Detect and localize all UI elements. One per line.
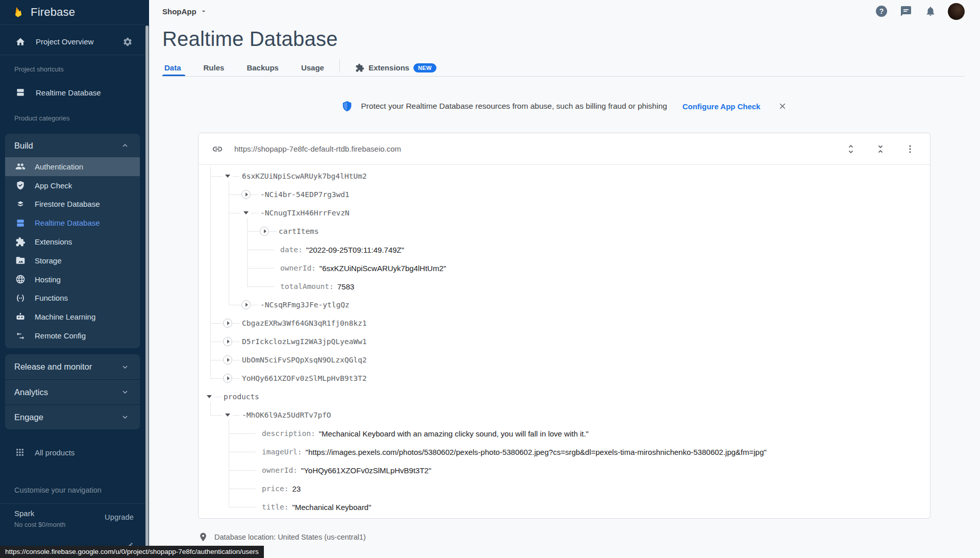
chevron-up-icon [120, 141, 130, 150]
nav-item-label: Remote Config [35, 331, 86, 340]
sidebar-section-analytics[interactable]: Analytics [5, 379, 140, 404]
location-pin-icon [198, 532, 208, 542]
folder-icon [15, 255, 26, 265]
expand-all-button[interactable] [844, 142, 857, 156]
more-options-button[interactable] [903, 142, 917, 156]
project-overview-label: Project Overview [36, 37, 93, 46]
expand-node-toggle[interactable] [223, 336, 233, 347]
tree-node-row[interactable]: -NCi4br-54EDP7rg3wd1 [199, 185, 930, 204]
tree-key: CbgazEXRw3Wf64GN3qR1fj0n8kz1 [242, 319, 366, 327]
tree-leaf-row[interactable]: description:"Mechanical Keyboard with an… [199, 424, 930, 443]
expand-node-toggle[interactable] [241, 189, 251, 200]
database-location-footer: Database location: United States (us-cen… [198, 532, 366, 542]
tree-value: "6sxKZUiNpiScwARUyk7bg4lHtUm2" [320, 264, 446, 273]
tree-node-row[interactable]: cartItems [199, 222, 930, 240]
play-circle-icon [223, 319, 232, 328]
expand-node-toggle[interactable] [223, 373, 233, 383]
tab-backups[interactable]: Backups [235, 57, 290, 76]
nav-item-label: Hosting [35, 275, 61, 284]
configure-app-check-link[interactable]: Configure App Check [682, 102, 761, 111]
sidebar-item-firestore-database[interactable]: Firestore Database [5, 195, 140, 214]
expand-node-toggle[interactable] [223, 355, 233, 365]
expand-node-toggle[interactable] [241, 300, 251, 310]
upgrade-button[interactable]: Upgrade [105, 513, 134, 521]
database-url[interactable]: https://shopapp-7e8fc-default-rtdb.fireb… [234, 144, 401, 153]
feedback-icon [900, 5, 912, 17]
user-avatar[interactable] [948, 3, 965, 20]
tree-leaf-row[interactable]: title:"Mechanical Keyboard" [199, 498, 930, 516]
tree-node-row[interactable]: 6sxKZUiNpiScwARUyk7bg4lHtUm2 [199, 167, 930, 185]
browser-status-url: https://console.firebase.google.com/u/0/… [0, 546, 264, 558]
scrollbar-thumb[interactable] [145, 26, 149, 558]
collapse-node-toggle[interactable] [223, 410, 233, 420]
tab-bar: DataRulesBackupsUsageExtensionsNEW [162, 57, 965, 77]
link-icon [212, 143, 223, 155]
sidebar-item-storage[interactable]: Storage [5, 251, 140, 270]
shortcut-label: Realtime Database [36, 88, 101, 97]
gear-icon[interactable] [122, 37, 133, 47]
tree-leaf-row[interactable]: price:23 [199, 479, 930, 498]
close-icon[interactable] [778, 102, 787, 111]
sidebar-item-machine-learning[interactable]: Machine Learning [5, 307, 140, 326]
tree-node-row[interactable]: D5rIckclozLwgI2WA3jpQLyeaWw1 [199, 332, 930, 351]
tree-node-row[interactable]: products [199, 387, 930, 406]
tree-key: title: [262, 503, 288, 511]
shield-icon [341, 101, 353, 112]
collapse-all-button[interactable] [874, 142, 887, 156]
tab-usage[interactable]: Usage [290, 57, 335, 76]
sidebar-item-authentication[interactable]: Authentication [5, 157, 140, 176]
section-label: Engage [14, 413, 43, 422]
sidebar-scrollbar[interactable] [145, 0, 149, 558]
topbar-icons: ? [874, 3, 965, 20]
sidebar-shortcut-realtime-database[interactable]: Realtime Database [0, 81, 145, 104]
notifications-button[interactable] [923, 4, 938, 18]
expand-node-toggle[interactable] [259, 226, 270, 236]
sidebar-item-hosting[interactable]: Hosting [5, 270, 140, 289]
nav-item-label: Functions [35, 294, 68, 302]
collapse-node-toggle[interactable] [223, 171, 233, 181]
feedback-button[interactable] [899, 4, 913, 18]
sidebar-item-realtime-database[interactable]: Realtime Database [5, 213, 140, 232]
tree-node-row[interactable]: CbgazEXRw3Wf64GN3qR1fj0n8kz1 [199, 314, 930, 332]
tab-rules[interactable]: Rules [192, 57, 236, 76]
project-switcher[interactable]: ShopApp [162, 7, 208, 16]
tree-node-row[interactable]: -NCsqRFmg3JFe-ytlgQz [199, 296, 930, 314]
tree-node-row[interactable]: -MhOK6l9Az5UdRTv7pfO [199, 406, 930, 424]
tree-leaf-row[interactable]: totalAmount:7583 [199, 277, 930, 296]
database-url-bar: https://shopapp-7e8fc-default-rtdb.fireb… [199, 133, 930, 165]
sidebar-section-engage[interactable]: Engage [5, 404, 140, 429]
sidebar-section-release-and-monitor[interactable]: Release and monitor [5, 354, 140, 379]
tree-value: 7583 [337, 282, 354, 291]
tree-node-row[interactable]: -NCnugTIxH46HrrFevzN [199, 204, 930, 222]
chevron-down-icon [120, 387, 130, 397]
tree-leaf-row[interactable]: ownerId:"6sxKZUiNpiScwARUyk7bg4lHtUm2" [199, 259, 930, 277]
plan-block: Spark No cost $0/month Upgrade [0, 503, 145, 528]
sidebar-item-functions[interactable]: Functions [5, 289, 140, 308]
nav-item-label: Firestore Database [35, 200, 100, 208]
help-icon: ? [876, 6, 887, 17]
collapse-node-toggle[interactable] [241, 208, 251, 218]
tree-leaf-row[interactable]: imageUrl:"https://images.pexels.com/phot… [199, 443, 930, 461]
sidebar-item-all-products[interactable]: All products [0, 440, 145, 465]
chevron-down-icon [120, 413, 130, 422]
tree-value: 23 [292, 484, 301, 493]
sidebar-item-app-check[interactable]: App Check [5, 176, 140, 195]
tree-leaf-row[interactable]: ownerId:"YoHQy661XZOFv0zSlMLpHvB9t3T2" [199, 461, 930, 479]
tab-data[interactable]: Data [162, 57, 192, 76]
collapse-node-toggle[interactable] [204, 392, 214, 402]
build-section-header[interactable]: Build [5, 134, 140, 157]
puzzle-icon [15, 237, 26, 247]
plan-cost: No cost $0/month [14, 521, 133, 528]
tree-key: -MhOK6l9Az5UdRTv7pfO [242, 411, 331, 419]
firebase-logo-header[interactable]: Firebase [0, 0, 145, 25]
tree-node-row[interactable]: UbOmN5ciFvSPQpXsqN9OLzxQGlq2 [199, 351, 930, 369]
expand-node-toggle[interactable] [223, 318, 233, 328]
tab-extensions[interactable]: ExtensionsNEW [344, 57, 448, 76]
tree-leaf-row[interactable]: date:"2022-09-25T09:11:49.749Z" [199, 240, 930, 259]
sidebar-item-remote-config[interactable]: Remote Config [5, 326, 140, 345]
help-button[interactable]: ? [874, 4, 889, 18]
sidebar-item-extensions[interactable]: Extensions [5, 232, 140, 251]
sidebar-item-project-overview[interactable]: Project Overview [0, 29, 145, 55]
play-circle-icon [223, 355, 232, 365]
tree-node-row[interactable]: YoHQy661XZOFv0zSlMLpHvB9t3T2 [199, 369, 930, 387]
